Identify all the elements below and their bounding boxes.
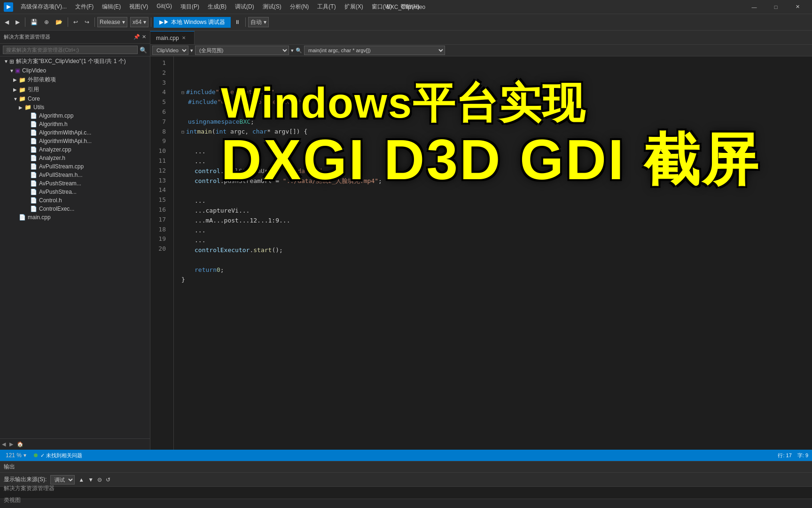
bottom-tab-2[interactable]: 属性管理器 bbox=[4, 506, 55, 508]
close-button[interactable]: ✕ bbox=[787, 0, 808, 14]
line-number-10: 10 bbox=[150, 146, 170, 156]
line-number-13: 13 bbox=[150, 176, 170, 186]
window-controls: — □ ✕ bbox=[743, 0, 808, 14]
minimize-button[interactable]: — bbox=[743, 0, 765, 14]
save-button[interactable]: 💾 bbox=[28, 17, 40, 27]
tree-item-analyzer-cpp[interactable]: 📄 Analyzer.cpp bbox=[0, 145, 150, 154]
sidebar-nav-left[interactable]: ◀ bbox=[2, 441, 6, 447]
solution-item[interactable]: ▼ ⊞ 解决方案"BXC_ClipVideo"(1 个项目/共 1 个) bbox=[0, 56, 150, 66]
project-item[interactable]: ▼ ▣ ClipVideo bbox=[0, 66, 150, 75]
tab-close-button[interactable]: ✕ bbox=[182, 35, 186, 40]
solution-label: 解决方案"BXC_ClipVideo"(1 个项目/共 1 个) bbox=[16, 57, 126, 65]
menu-item----n-[interactable]: 分析(N) bbox=[286, 2, 313, 12]
tree-item-controlexec---[interactable]: 📄 ControlExec... bbox=[0, 205, 150, 213]
tree-item-analyzer-h[interactable]: 📄 Analyzer.h bbox=[0, 154, 150, 162]
tree-item-label: AlgorithmWithApi.c... bbox=[39, 129, 91, 136]
status-text: ✓ 未找到相关问题 bbox=[40, 452, 82, 459]
tree-item-label: Algorithm.cpp bbox=[39, 112, 73, 119]
tree-items-container: ▶📁 外部依赖项▶📁 引用▼📁 Core▶📁 Utils📄 Algorithm.… bbox=[0, 75, 150, 222]
tree-item-avpullstream-cpp[interactable]: 📄 AvPullStream.cpp bbox=[0, 162, 150, 171]
tree-item-algorithm-cpp[interactable]: 📄 Algorithm.cpp bbox=[0, 111, 150, 120]
bottom-tab-1[interactable]: 类视图 bbox=[4, 494, 55, 506]
tree-item-algorithmwithapi-h---[interactable]: 📄 AlgorithmWithApi.h... bbox=[0, 137, 150, 145]
output-btn2[interactable]: ▼ bbox=[88, 476, 94, 483]
menu-item----s-[interactable]: 测试(S) bbox=[259, 2, 285, 12]
tree-item------[interactable]: ▶📁 外部依赖项 bbox=[0, 75, 150, 85]
menu-item--------v----[interactable]: 高级保存选项(V)... bbox=[17, 2, 70, 12]
sidebar-close-icon[interactable]: ✕ bbox=[142, 34, 146, 40]
zoom-label: 121 % bbox=[6, 452, 22, 459]
code-line-17: controlExecutor.start(); bbox=[181, 246, 812, 255]
tab-main-cpp[interactable]: main.cpp✕ bbox=[150, 31, 195, 44]
tree-item-core[interactable]: ▼📁 Core bbox=[0, 95, 150, 103]
status-bar: 121 % ▾ ✓ 未找到相关问题 行: 17 字: 9 bbox=[0, 450, 812, 461]
code-line-14: ...mA...post...12...1:9... bbox=[181, 216, 812, 226]
line-number-17: 17 bbox=[150, 215, 170, 225]
menu-item----t-[interactable]: 工具(T) bbox=[313, 2, 339, 12]
title-bar: ▶ 高级保存选项(V)...文件(F)编辑(E)视图(V)Git(G)项目(P)… bbox=[0, 0, 812, 14]
code-line-13: ...captureVi... bbox=[181, 206, 812, 216]
tree-item-utils[interactable]: ▶📁 Utils bbox=[0, 103, 150, 111]
menu-item----p-[interactable]: 项目(P) bbox=[177, 2, 203, 12]
menu-item----f-[interactable]: 文件(F) bbox=[71, 2, 97, 12]
tree-item-avpushstream---[interactable]: 📄 AvPushStream... bbox=[0, 179, 150, 188]
output-btn1[interactable]: ▲ bbox=[78, 476, 84, 483]
sidebar-tree: ▼ ⊞ 解决方案"BXC_ClipVideo"(1 个项目/共 1 个) ▼ ▣… bbox=[0, 56, 150, 438]
zoom-dropdown[interactable]: 121 % ▾ bbox=[4, 451, 28, 460]
code-editor[interactable]: 1234567891011121314151617181920 ⊟#includ… bbox=[150, 56, 812, 450]
auto-dropdown[interactable]: 自动 ▾ bbox=[248, 17, 269, 27]
code-line-1: ⊟#include "Core/Control.h" bbox=[181, 87, 812, 97]
redo-button[interactable]: ↪ bbox=[82, 17, 92, 27]
sidebar-actions: 📌 ✕ bbox=[133, 34, 146, 40]
menu-item-git-g-[interactable]: Git(G) bbox=[153, 2, 176, 12]
editor-nav: ClipVideo ▾ (全局范围) ▾ 🔍 main(int argc, ch… bbox=[150, 45, 812, 56]
sidebar-nav-home[interactable]: 🏠 bbox=[17, 441, 23, 447]
tree-item-algorithmwithapi-c---[interactable]: 📄 AlgorithmWithApi.c... bbox=[0, 128, 150, 137]
back-button[interactable]: ◀ bbox=[2, 17, 12, 27]
menu-item----d-[interactable]: 调试(D) bbox=[231, 2, 258, 12]
toolbar: ◀ ▶ 💾 ⊕ 📂 ↩ ↪ Release ▾ x64 ▾ ▶ ▶ 本地 Win… bbox=[0, 14, 812, 31]
sidebar-header: 解决方案资源管理器 📌 ✕ bbox=[0, 31, 150, 44]
tree-item-avpushstrea---[interactable]: 📄 AvPushStrea... bbox=[0, 188, 150, 196]
output-btn3[interactable]: ⊝ bbox=[97, 476, 102, 483]
tree-item-label: Analyzer.cpp bbox=[39, 146, 71, 153]
sidebar-search-input[interactable] bbox=[3, 46, 138, 54]
tree-item-main-cpp[interactable]: 📄 main.cpp bbox=[0, 213, 150, 222]
sidebar-search-icon[interactable]: 🔍 bbox=[140, 47, 147, 54]
scope-dropdown[interactable]: ClipVideo bbox=[152, 46, 188, 55]
toolbar-sep2 bbox=[68, 17, 68, 27]
menu-item----v-[interactable]: 视图(V) bbox=[125, 2, 152, 12]
member-dropdown[interactable]: main(int argc, char * argv[]) bbox=[304, 46, 445, 55]
menu-item----x-[interactable]: 扩展(X) bbox=[341, 2, 367, 12]
menu-item----e-[interactable]: 编辑(E) bbox=[98, 2, 125, 12]
tree-item---[interactable]: ▶📁 引用 bbox=[0, 85, 150, 95]
sidebar-nav-right[interactable]: ▶ bbox=[9, 441, 13, 447]
line-info: 行: 17 bbox=[778, 452, 791, 459]
line-number-11: 11 bbox=[150, 156, 170, 166]
solution-icon: ⊞ bbox=[9, 58, 14, 65]
sidebar-pin-icon[interactable]: 📌 bbox=[133, 34, 140, 40]
tree-item-algorithm-h[interactable]: 📄 Algorithm.h bbox=[0, 120, 150, 128]
line-number-6: 6 bbox=[150, 107, 170, 117]
context-dropdown[interactable]: (全局范围) bbox=[195, 46, 289, 55]
tree-item-control-h[interactable]: 📄 Control.h bbox=[0, 196, 150, 205]
save-all-button[interactable]: ⊕ bbox=[41, 17, 52, 27]
tree-item-avpullstream-h---[interactable]: 📄 AvPullStream.h... bbox=[0, 171, 150, 179]
code-content[interactable]: ⊟#include "Core/Control.h"#include "Core… bbox=[174, 56, 812, 450]
editor-section: Algorithm.hAnalyzer.cppmain.cpp✕ ClipVid… bbox=[150, 31, 812, 450]
output-btn4[interactable]: ↺ bbox=[106, 476, 110, 483]
run-button[interactable]: ▶ ▶ 本地 Windows 调试器 bbox=[154, 17, 231, 28]
open-button[interactable]: 📂 bbox=[53, 17, 65, 27]
bottom-tab-0[interactable]: 解决方案资源管理器 bbox=[4, 483, 55, 494]
maximize-button[interactable]: □ bbox=[765, 0, 787, 14]
undo-button[interactable]: ↩ bbox=[70, 17, 81, 27]
line-number-12: 12 bbox=[150, 166, 170, 176]
line-number-14: 14 bbox=[150, 185, 170, 195]
pause-button[interactable]: ⏸ bbox=[232, 17, 243, 27]
line-number-9: 9 bbox=[150, 136, 170, 146]
platform-dropdown[interactable]: x64 ▾ bbox=[130, 17, 148, 27]
forward-button[interactable]: ▶ bbox=[13, 17, 23, 27]
tab-label: main.cpp bbox=[156, 35, 179, 41]
build-config-dropdown[interactable]: Release ▾ bbox=[97, 17, 127, 27]
menu-item----b-[interactable]: 生成(B) bbox=[204, 2, 230, 12]
